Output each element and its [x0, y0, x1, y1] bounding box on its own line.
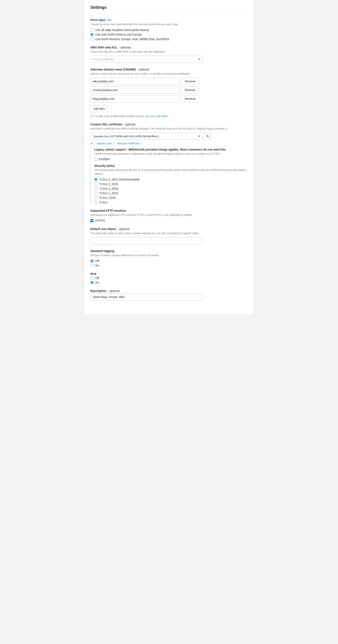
- radio-na-europe-asia-input[interactable]: [90, 38, 94, 41]
- radio-ipv6-off-input[interactable]: [90, 276, 94, 280]
- description-label: Description: [90, 289, 106, 292]
- waf-title: AWS WAF web ACL - optional: [90, 46, 248, 49]
- default-root-optional: - optional: [117, 227, 129, 230]
- cert-check-icon: ✔: [90, 142, 93, 145]
- waf-section: AWS WAF web ACL - optional Choose the we…: [90, 46, 248, 63]
- description-input[interactable]: [90, 294, 202, 300]
- price-class-label: Price class: [90, 18, 106, 22]
- http2-checkbox[interactable]: [90, 219, 93, 222]
- refresh-icon: ↻: [206, 134, 209, 138]
- cert-domain-label: *.joeplaa.com: [96, 142, 112, 145]
- waf-select-wrapper: Choose web ACL ▼: [90, 56, 202, 63]
- ssl-cert-select[interactable]: *.joeplaa.com (1471959b-aef2-40c1-92f8-5…: [90, 133, 202, 140]
- cname-row-0: Remove: [90, 78, 248, 85]
- radio-tls11-2016-label: TLSv1.1_2016: [99, 192, 118, 195]
- radio-all-edge-input[interactable]: [90, 28, 94, 32]
- cname-input-0[interactable]: [90, 78, 179, 85]
- ipv6-section: IPv6 Off On: [90, 272, 248, 284]
- http2-checkbox-label[interactable]: HTTP/2: [90, 219, 248, 222]
- settings-page: Settings Price class Info Choose the pri…: [84, 0, 254, 314]
- radio-tls1-input[interactable]: [94, 201, 98, 204]
- cname-label: Alternate domain name (CNAME): [90, 68, 136, 71]
- bulk-editor-note: i To add a list of alternative domain na…: [90, 114, 248, 118]
- description-optional: - optional: [108, 289, 120, 292]
- radio-tls1[interactable]: TLSv1: [94, 201, 248, 204]
- radio-na-europe-asia-label: Use North America, Europe, Asia, Middle …: [95, 38, 169, 41]
- waf-optional: - optional: [119, 46, 131, 49]
- radio-ipv6-on-input[interactable]: [90, 281, 94, 284]
- cname-optional: - optional: [137, 68, 149, 71]
- ipv6-title: IPv6: [90, 272, 248, 276]
- radio-logging-on-input[interactable]: [90, 264, 94, 267]
- radio-logging-on[interactable]: On: [90, 264, 248, 267]
- radio-logging-off[interactable]: Off: [90, 259, 248, 263]
- radio-tls12-2018[interactable]: TLSv1.2_2018: [94, 187, 248, 190]
- request-cert-link[interactable]: Request certificate ↗: [117, 142, 142, 145]
- cname-section: Alternate domain name (CNAME) - optional…: [90, 68, 248, 118]
- radio-tls1-2016-label: TLSv1_2016: [99, 196, 116, 200]
- radio-tls12-2019-label: TLSv1.2_2019: [99, 182, 118, 186]
- radio-ipv6-off[interactable]: Off: [90, 276, 248, 280]
- default-root-section: Default root object - optional The objec…: [90, 227, 248, 244]
- price-class-desc: Choose the price class associated with t…: [90, 22, 248, 26]
- radio-all-edge[interactable]: Use all edge locations (best performance…: [90, 28, 248, 32]
- radio-tls1-2016[interactable]: TLSv1_2016: [94, 196, 248, 200]
- ssl-optional: - optional: [123, 123, 135, 126]
- radio-tls12-2019-input[interactable]: [94, 182, 98, 186]
- radio-logging-on-label: On: [95, 264, 99, 267]
- radio-logging-off-input[interactable]: [90, 259, 94, 263]
- radio-tls12-2021[interactable]: TLSv1.2_2021 (recommended): [94, 178, 248, 181]
- legacy-enabled-checkbox[interactable]: [94, 158, 97, 161]
- waf-select[interactable]: Choose web ACL: [90, 56, 202, 63]
- divider: [90, 14, 248, 14]
- ssl-title: Custom SSL certificate - optional: [90, 123, 248, 126]
- legacy-enabled-checkbox-label[interactable]: Enabled: [94, 158, 248, 161]
- bulk-editor-info-icon: i: [90, 114, 94, 118]
- radio-all-edge-label: Use all edge locations (best performance…: [95, 28, 149, 32]
- logging-desc: Get logs of viewer requests delivered to…: [90, 254, 248, 257]
- ssl-section: Custom SSL certificate - optional Associ…: [90, 123, 248, 204]
- cname-remove-1[interactable]: Remove: [182, 86, 199, 94]
- radio-tls12-2018-input[interactable]: [94, 187, 98, 190]
- radio-tls1-2016-input[interactable]: [94, 196, 98, 200]
- add-item-button[interactable]: Add item: [90, 105, 108, 112]
- radio-na-europe[interactable]: Use only North America and Europe: [90, 33, 248, 36]
- ssl-desc: Associate a certificate from AWS Certifi…: [90, 127, 248, 130]
- radio-tls12-2019[interactable]: TLSv1.2_2019: [94, 182, 248, 186]
- cname-input-1[interactable]: [90, 86, 179, 94]
- cert-ext-link-icon: ↗: [113, 142, 115, 145]
- http-versions-desc: Add support for additional HTTP versions…: [90, 213, 248, 217]
- radio-na-europe-input[interactable]: [90, 33, 94, 36]
- cname-input-2[interactable]: [90, 95, 179, 102]
- radio-na-europe-label: Use only North America and Europe: [95, 33, 142, 36]
- cname-remove-0[interactable]: Remove: [182, 78, 199, 85]
- security-policy-desc: The security policy determines the SSL o…: [94, 168, 248, 176]
- radio-tls11-2016[interactable]: TLSv1.1_2016: [94, 192, 248, 195]
- cname-title: Alternate domain name (CNAME) - optional: [90, 68, 248, 71]
- radio-tls11-2016-input[interactable]: [94, 192, 98, 195]
- price-class-section: Price class Info Choose the price class …: [90, 18, 248, 41]
- bulk-editor-link[interactable]: bulk editor.: [156, 114, 169, 118]
- legacy-desc: CloudFront allocates dedicated IP addres…: [94, 152, 248, 156]
- cname-remove-2[interactable]: Remove: [182, 95, 199, 102]
- ssl-label: Custom SSL certificate: [90, 123, 122, 126]
- cname-row-2: Remove: [90, 95, 248, 102]
- default-root-input[interactable]: [90, 237, 202, 244]
- radio-tls12-2021-input[interactable]: [94, 178, 98, 181]
- bulk-editor-prefix: To add a list of alternative domain name…: [95, 114, 154, 118]
- request-cert-label: Request certificate: [117, 142, 140, 145]
- description-title: Description - optional: [90, 289, 248, 292]
- radio-ipv6-on[interactable]: On: [90, 281, 248, 284]
- cert-domain-link[interactable]: *.joeplaa.com ↗: [96, 142, 115, 145]
- price-class-info-link[interactable]: Info: [107, 18, 112, 22]
- ssl-refresh-button[interactable]: ↻: [204, 133, 211, 140]
- ssl-select-wrapper: *.joeplaa.com (1471959b-aef2-40c1-92f8-5…: [90, 133, 202, 140]
- request-cert-ext-icon: ↗: [140, 142, 142, 145]
- logging-title: Standard logging: [90, 249, 248, 253]
- legacy-box: Legacy clients support - $600/month pror…: [90, 148, 248, 161]
- logging-section: Standard logging Get logs of viewer requ…: [90, 249, 248, 267]
- price-class-radio-group: Use all edge locations (best performance…: [90, 28, 248, 41]
- http-versions-section: Supported HTTP versions Add support for …: [90, 209, 248, 222]
- http-versions-title: Supported HTTP versions: [90, 209, 248, 212]
- radio-na-europe-asia[interactable]: Use North America, Europe, Asia, Middle …: [90, 38, 248, 41]
